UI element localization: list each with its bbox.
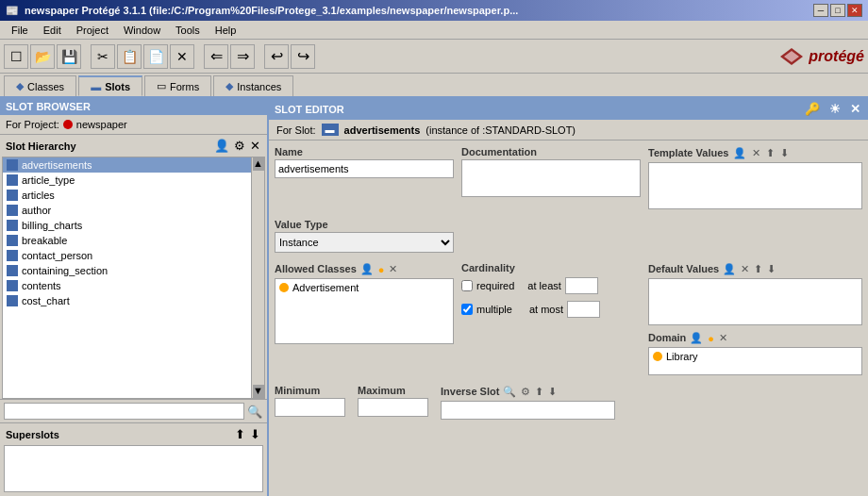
- is-down-icon[interactable]: ⬇: [547, 385, 558, 399]
- superslots-list[interactable]: [4, 445, 263, 492]
- list-item[interactable]: author: [3, 203, 264, 218]
- toolbar-copy[interactable]: 📋: [117, 44, 142, 69]
- ac-add-icon[interactable]: 👤: [359, 262, 375, 276]
- instances-tab-label: Instances: [237, 81, 281, 92]
- dv-up-icon[interactable]: ⬆: [753, 262, 763, 276]
- list-item[interactable]: containing_section: [3, 263, 264, 278]
- tab-slots[interactable]: ▬ Slots: [78, 75, 142, 96]
- list-item[interactable]: article_type: [3, 173, 264, 188]
- slot-editor-title: SLOT EDITOR: [275, 104, 344, 115]
- ac-orange-icon[interactable]: ●: [377, 263, 386, 276]
- menu-file[interactable]: File: [4, 23, 36, 38]
- is-gear-icon[interactable]: ⚙: [520, 385, 531, 399]
- editor-lock-icon[interactable]: 🔑: [803, 101, 822, 117]
- close-button[interactable]: ✕: [847, 4, 862, 17]
- tab-forms[interactable]: ▭ Forms: [144, 75, 211, 96]
- multiple-checkbox[interactable]: [461, 304, 473, 315]
- list-item[interactable]: contact_person: [3, 248, 264, 263]
- dv-add-icon[interactable]: 👤: [722, 262, 737, 276]
- scrollbar[interactable]: ▲ ▼: [251, 157, 264, 398]
- list-item[interactable]: advertisements: [3, 157, 264, 173]
- menu-edit[interactable]: Edit: [36, 23, 69, 38]
- tv-up-icon[interactable]: ⬆: [765, 146, 776, 160]
- maximize-button[interactable]: □: [830, 4, 845, 17]
- is-find-icon[interactable]: 🔍: [502, 385, 517, 399]
- toolbar-cut[interactable]: ✂: [91, 44, 115, 69]
- default-values-box[interactable]: [648, 278, 862, 325]
- list-item[interactable]: contents: [3, 278, 264, 293]
- at-most-input[interactable]: [567, 301, 600, 318]
- configure-slot-icon[interactable]: ⚙: [233, 138, 246, 154]
- editor-sun-icon[interactable]: ☀: [827, 101, 843, 117]
- tv-add-icon[interactable]: 👤: [732, 146, 747, 160]
- at-least-label: at least: [527, 280, 560, 291]
- menu-tools[interactable]: Tools: [168, 23, 208, 38]
- slot-list[interactable]: advertisements article_type articles aut…: [2, 157, 265, 399]
- domain-list[interactable]: Library: [648, 347, 862, 375]
- dom-orange-icon[interactable]: ●: [707, 332, 715, 345]
- slot-name: author: [22, 205, 51, 216]
- search-input[interactable]: [4, 403, 244, 420]
- toolbar-save[interactable]: 💾: [57, 44, 81, 69]
- scroll-down-arrow[interactable]: ▼: [253, 385, 264, 398]
- dom-remove-icon[interactable]: ✕: [718, 331, 728, 345]
- domain-section: Domain 👤 ● ✕ Library: [648, 331, 862, 375]
- app-icon: 📰: [6, 5, 19, 17]
- minimum-section: Minimum: [275, 385, 350, 417]
- toolbar-forward[interactable]: ⇒: [230, 44, 255, 69]
- toolbar-paste[interactable]: 📄: [143, 44, 168, 69]
- template-values-box[interactable]: [648, 162, 862, 209]
- tab-classes[interactable]: ◆ Classes: [4, 75, 76, 96]
- superslots-add-icon[interactable]: ⬆: [234, 426, 246, 442]
- ac-remove-icon[interactable]: ✕: [388, 262, 398, 276]
- slots-tab-icon: ▬: [91, 81, 101, 92]
- editor-close-icon[interactable]: ✕: [848, 101, 862, 117]
- dv-remove-icon[interactable]: ✕: [740, 262, 750, 276]
- toolbar-back[interactable]: ⇐: [204, 44, 228, 69]
- documentation-input[interactable]: [461, 159, 641, 197]
- minimum-label: Minimum: [275, 385, 350, 396]
- toolbar-undo[interactable]: ↩: [264, 44, 289, 69]
- menu-window[interactable]: Window: [116, 23, 168, 38]
- list-item[interactable]: articles: [3, 188, 264, 203]
- allowed-classes-list[interactable]: Advertisement: [275, 278, 454, 344]
- add-slot-icon[interactable]: 👤: [213, 138, 230, 154]
- menu-project[interactable]: Project: [69, 23, 116, 38]
- list-item[interactable]: billing_charts: [3, 218, 264, 233]
- scroll-up-arrow[interactable]: ▲: [253, 157, 264, 171]
- row-4: Minimum Maximum Inverse Slot 🔍 ⚙ ⬆ ⬇: [275, 385, 862, 420]
- required-checkbox[interactable]: [461, 280, 473, 291]
- maximum-input[interactable]: [358, 398, 428, 417]
- at-least-input[interactable]: [565, 277, 598, 294]
- menu-help[interactable]: Help: [208, 23, 244, 38]
- template-values-label: Template Values: [648, 147, 728, 158]
- name-section: Name: [275, 146, 454, 178]
- toolbar-delete[interactable]: ✕: [170, 44, 194, 69]
- dom-add-icon[interactable]: 👤: [689, 331, 704, 345]
- minimize-button[interactable]: ─: [813, 4, 828, 17]
- search-icon[interactable]: 🔍: [246, 404, 263, 420]
- list-item[interactable]: cost_chart: [3, 293, 264, 308]
- toolbar-redo[interactable]: ↪: [291, 44, 315, 69]
- forms-tab-label: Forms: [170, 81, 199, 92]
- tv-remove-icon[interactable]: ✕: [751, 146, 761, 160]
- tab-instances[interactable]: ◆ Instances: [213, 75, 293, 96]
- allowed-class-item[interactable]: Advertisement: [277, 281, 451, 294]
- is-up-icon[interactable]: ⬆: [534, 385, 544, 399]
- dv-down-icon[interactable]: ⬇: [766, 262, 776, 276]
- value-type-section: Value Type Instance String Integer Float…: [275, 219, 454, 253]
- slot-icon: [7, 265, 18, 276]
- close-hierarchy-icon[interactable]: ✕: [249, 138, 261, 154]
- domain-item[interactable]: Library: [651, 350, 860, 363]
- inverse-slot-input[interactable]: [441, 401, 615, 420]
- toolbar-open[interactable]: 📂: [30, 44, 55, 69]
- name-input[interactable]: [275, 159, 454, 178]
- allowed-class-name: Advertisement: [292, 282, 359, 293]
- toolbar-new[interactable]: ☐: [4, 44, 28, 69]
- minimum-input[interactable]: [275, 398, 345, 417]
- value-type-select[interactable]: Instance String Integer Float Boolean Sy…: [275, 232, 454, 253]
- superslots-remove-icon[interactable]: ⬇: [249, 426, 261, 442]
- tv-down-icon[interactable]: ⬇: [779, 146, 790, 160]
- slot-tag: ▬: [322, 124, 339, 136]
- list-item[interactable]: breakable: [3, 233, 264, 248]
